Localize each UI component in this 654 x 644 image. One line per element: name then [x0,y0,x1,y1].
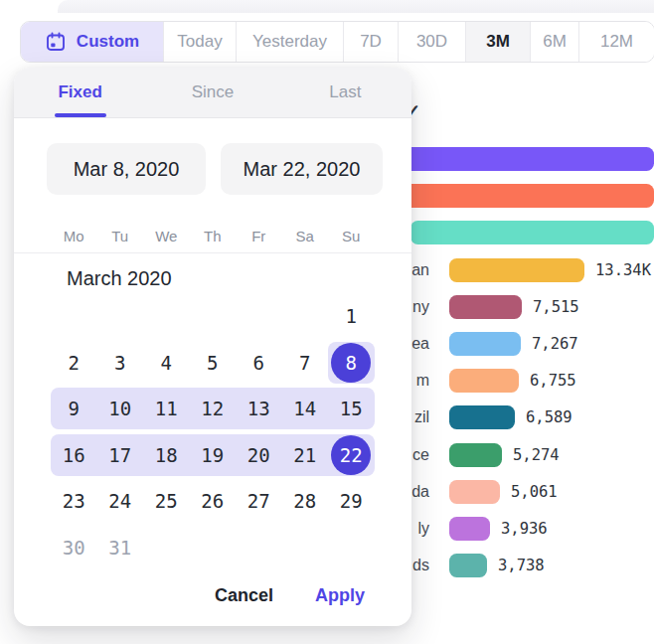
country-bar[interactable] [449,517,490,541]
country-bar[interactable] [396,147,654,171]
calendar-week-row: 23242526272829 [51,480,375,522]
day-cell-11[interactable]: 11 [143,388,190,429]
empty-day-cell [236,527,282,568]
date-picker-popup: FixedSinceLast Mar 8, 2020 Mar 22, 2020 … [14,68,411,626]
country-value: 6,589 [526,408,572,426]
preset-3m[interactable]: 3M [466,22,531,62]
weekday-su: Su [328,225,375,248]
tab-label: Since [192,82,235,102]
country-value: 13.34K [595,261,651,279]
preset-12m[interactable]: 12M [579,22,654,62]
day-cell-28[interactable]: 28 [282,480,329,522]
day-cell-17[interactable]: 17 [97,434,144,476]
calendar-week-row: 1 [51,295,375,337]
empty-day-cell [190,295,237,337]
day-cell-31[interactable]: 31 [97,527,144,568]
day-cell-14[interactable]: 14 [282,388,329,429]
start-date-input[interactable]: Mar 8, 2020 [47,143,206,195]
empty-day-cell [97,295,144,337]
empty-day-cell [51,295,97,337]
day-cell-5[interactable]: 5 [190,342,237,384]
preset-7d[interactable]: 7D [344,22,399,62]
tab-last[interactable]: Last [279,68,411,117]
empty-day-cell [328,527,375,568]
day-cell-4[interactable]: 4 [143,342,190,384]
selected-day-circle: 22 [331,435,371,475]
day-cell-12[interactable]: 12 [190,388,237,429]
day-cell-1[interactable]: 1 [328,295,375,337]
screen: esednaan13.34Kny7,515ea7,267m6,755zil6,5… [0,0,654,644]
day-cell-13[interactable]: 13 [236,388,282,429]
day-cell-24[interactable]: 24 [97,480,144,522]
popup-footer: Cancel Apply [215,585,365,606]
country-bar[interactable] [449,295,522,319]
calendar-week-row: 2345678 [51,342,375,384]
preset-30d[interactable]: 30D [399,22,466,62]
day-cell-23[interactable]: 23 [51,480,97,522]
tab-label: Fixed [58,82,101,102]
tab-fixed[interactable]: Fixed [14,68,146,117]
country-bar[interactable] [449,480,500,504]
country-value: 5,274 [513,446,560,464]
date-inputs-row: Mar 8, 2020 Mar 22, 2020 [14,118,411,195]
day-cell-6[interactable]: 6 [236,342,282,384]
country-bar[interactable] [449,369,519,393]
day-cell-2[interactable]: 2 [51,342,97,384]
day-cell-7[interactable]: 7 [282,342,329,384]
weekday-we: We [143,225,190,248]
end-date-input[interactable]: Mar 22, 2020 [221,143,383,195]
day-cell-3[interactable]: 3 [97,342,144,384]
active-tab-underline [55,113,106,117]
tab-since[interactable]: Since [146,68,278,117]
selected-day-circle: 8 [331,343,371,383]
day-cell-10[interactable]: 10 [97,388,144,429]
country-bar[interactable] [404,184,654,208]
empty-day-cell [282,527,329,568]
country-value: 3,738 [498,557,545,574]
country-value: 5,061 [511,483,558,501]
weekday-header-row: MoTuWeThFrSaSu [51,225,411,248]
day-cell-8[interactable]: 8 [328,342,375,384]
date-range-toolbar: Custom TodayYesterday7D30D3M6M12M [20,21,654,63]
day-cell-29[interactable]: 29 [328,480,375,522]
day-cell-9[interactable]: 9 [51,388,97,429]
empty-day-cell [236,295,282,337]
day-cell-18[interactable]: 18 [143,434,190,476]
cancel-button[interactable]: Cancel [215,585,273,606]
country-bar[interactable] [449,554,487,577]
day-cell-25[interactable]: 25 [143,480,190,522]
weekday-fr: Fr [236,225,282,248]
country-bar[interactable] [449,258,584,282]
weekday-th: Th [190,225,237,248]
empty-day-cell [282,295,329,337]
country-bar[interactable] [410,221,654,244]
day-cell-26[interactable]: 26 [190,480,237,522]
calendar-icon [45,31,67,53]
day-cell-22[interactable]: 22 [328,434,375,476]
day-cell-19[interactable]: 19 [190,434,237,476]
calendar-week-row: 16171819202122 [51,434,375,476]
preset-yesterday[interactable]: Yesterday [237,22,344,62]
empty-day-cell [190,527,237,568]
day-cell-16[interactable]: 16 [51,434,97,476]
weekday-sa: Sa [282,225,329,248]
country-bar[interactable] [449,405,515,429]
country-bar[interactable] [449,443,502,467]
preset-today[interactable]: Today [164,22,237,62]
calendar-grid: 1234567891011121314151617181920212223242… [51,295,411,568]
custom-range-button[interactable]: Custom [21,22,164,62]
country-value: 7,515 [533,298,579,316]
calendar-week-row: 9101112131415 [51,388,375,429]
day-cell-27[interactable]: 27 [236,480,282,522]
country-value: 7,267 [532,335,578,353]
preset-6m[interactable]: 6M [531,22,579,62]
calendar-divider [14,252,411,253]
country-value: 3,936 [501,520,548,538]
day-cell-15[interactable]: 15 [328,388,375,429]
day-cell-30[interactable]: 30 [51,527,97,568]
day-cell-21[interactable]: 21 [282,434,329,476]
apply-button[interactable]: Apply [315,585,365,606]
day-cell-20[interactable]: 20 [236,434,282,476]
country-bar[interactable] [449,332,521,356]
custom-range-label: Custom [77,32,139,52]
